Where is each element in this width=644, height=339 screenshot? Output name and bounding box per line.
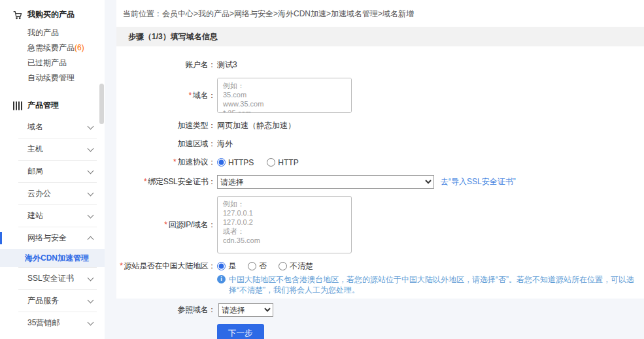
sidebar-item-product-service[interactable]: 产品服务 [0, 290, 105, 312]
required-asterisk: * [144, 177, 146, 186]
protocol-option-https[interactable]: HTTPS [217, 158, 254, 167]
account-label: 账户名： [116, 59, 216, 71]
form-row-mainland: *源站是否在中国大陆地区： 是 否 不清楚 [116, 261, 644, 272]
protocol-option-http[interactable]: HTTP [267, 158, 298, 167]
chevron-down-icon [88, 274, 94, 281]
form-row-domain: *域名： [116, 78, 644, 113]
protocol-label: *加速协议： [116, 157, 216, 168]
form-actions: 下一步 [217, 324, 644, 339]
mainland-label: *源站是否在中国大陆地区： [116, 261, 216, 272]
main-content: 当前位置：会员中心>我的产品>网络与安全>海外CDN加速>加速域名管理>域名新增… [116, 0, 644, 299]
required-asterisk: * [189, 91, 192, 100]
sidebar-group-purchased[interactable]: 我购买的产品 [0, 0, 105, 25]
reference-domain-select[interactable]: 请选择 [218, 303, 273, 317]
mainland-yes-radio[interactable] [217, 262, 226, 270]
form-row-reference: 参照域名： 请选择 [116, 303, 644, 317]
accel-type-label: 加速类型： [116, 120, 216, 131]
form-row-origin: *回源IP/域名： [116, 196, 644, 253]
sidebar-item-my-products[interactable]: 我的产品 [0, 25, 105, 40]
form-row-ssl-cert: *绑定SSL安全证书： 请选择 去“导入SSL安全证书” [116, 175, 644, 189]
ssl-cert-select[interactable]: 请选择 [217, 175, 434, 189]
sidebar-item-domain[interactable]: 域名 [0, 116, 105, 138]
sidebar-item-mail[interactable]: 邮局 [0, 161, 105, 182]
ssl-cert-label: *绑定SSL安全证书： [116, 176, 216, 187]
accel-region-value: 海外 [217, 138, 233, 150]
import-ssl-cert-link[interactable]: 去“导入SSL安全证书” [441, 176, 516, 187]
required-asterisk: * [173, 157, 176, 167]
sidebar-item-ssl-cert[interactable]: SSL安全证书 [0, 268, 105, 289]
sidebar-item-cloud-office[interactable]: 云办公 [0, 183, 105, 204]
accel-region-label: 加速区域： [116, 138, 216, 150]
form-row-account: 账户名： 测试3 [116, 59, 644, 71]
sidebar-item-auto-renewal[interactable]: 自动续费管理 [0, 71, 105, 86]
sidebar-item-hosting[interactable]: 主机 [0, 138, 105, 160]
sidebar-group-title: 产品管理 [27, 100, 59, 111]
required-asterisk: * [120, 261, 122, 270]
http-radio[interactable] [267, 158, 275, 167]
cart-icon [13, 10, 22, 20]
sidebar-scrollbar[interactable] [99, 84, 104, 124]
mainland-no-radio[interactable] [248, 262, 256, 270]
mainland-option-no[interactable]: 否 [248, 261, 267, 272]
account-value: 测试3 [217, 59, 237, 71]
next-step-button[interactable]: 下一步 [217, 324, 264, 339]
form-row-accel-region: 加速区域： 海外 [116, 138, 644, 150]
origin-label: *回源IP/域名： [116, 219, 216, 231]
origin-textarea[interactable] [217, 196, 352, 253]
chevron-down-icon [88, 167, 94, 174]
chevron-down-icon [88, 189, 94, 196]
step-title: 步骤（1/3）填写域名信息 [128, 31, 218, 42]
form-row-protocol: *加速协议： HTTPS HTTP [116, 157, 644, 168]
reference-label: 参照域名： [116, 304, 216, 315]
sidebar-item-expired-products[interactable]: 已过期产品 [0, 56, 105, 71]
form-row-accel-type: 加速类型： 网页加速（静态加速） [116, 120, 644, 131]
breadcrumb: 当前位置：会员中心>我的产品>网络与安全>海外CDN加速>加速域名管理>域名新增 [116, 0, 644, 27]
sidebar-item-overseas-cdn[interactable]: 海外CDN加速管理 [0, 249, 105, 267]
chevron-down-icon [88, 297, 94, 303]
mainland-option-unsure[interactable]: 不清楚 [279, 261, 313, 272]
required-asterisk: * [164, 220, 167, 229]
mainland-notice: 中国大陆地区不包含港澳台地区，若您的源站位于中国大陆以外地区，请选择“否”。若您… [217, 274, 644, 295]
sidebar-group-product-mgmt[interactable]: 产品管理 [0, 91, 105, 116]
info-icon [217, 275, 226, 283]
chevron-down-icon [88, 123, 94, 129]
step-header: 步骤（1/3）填写域名信息 [116, 27, 644, 46]
chevron-up-icon [88, 236, 94, 243]
chevron-down-icon [88, 145, 94, 152]
notice-text: 中国大陆地区不包含港澳台地区，若您的源站位于中国大陆以外地区，请选择“否”。若您… [229, 274, 641, 295]
sidebar-group-title: 我购买的产品 [27, 9, 75, 20]
accel-type-value: 网页加速（静态加速） [217, 120, 296, 131]
sidebar-item-35-marketing-mail[interactable]: 35营销邮 [0, 312, 105, 334]
sidebar-item-network-security[interactable]: 网络与安全 [0, 227, 105, 249]
domain-textarea[interactable] [217, 78, 352, 113]
sidebar-item-site-builder[interactable]: 建站 [0, 205, 105, 227]
grid-icon [13, 101, 22, 110]
mainland-unsure-radio[interactable] [279, 262, 287, 270]
sidebar: 我购买的产品 我的产品 急需续费产品(6) 已过期产品 自动续费管理 产品管理 … [0, 0, 105, 339]
chevron-down-icon [88, 212, 94, 218]
page: 我购买的产品 我的产品 急需续费产品(6) 已过期产品 自动续费管理 产品管理 … [0, 0, 644, 339]
renewal-count-badge: (6) [75, 43, 84, 52]
chevron-down-icon [88, 319, 94, 325]
domain-label: *域名： [116, 90, 216, 101]
active-indicator [0, 232, 2, 244]
https-radio[interactable] [217, 158, 226, 167]
sidebar-item-renewal-urgent[interactable]: 急需续费产品(6) [0, 40, 105, 56]
mainland-option-yes[interactable]: 是 [217, 261, 236, 272]
domain-form: 账户名： 测试3 *域名： 加速类型： 网页加速（静态加速） 加速区域： 海外 … [116, 46, 644, 339]
